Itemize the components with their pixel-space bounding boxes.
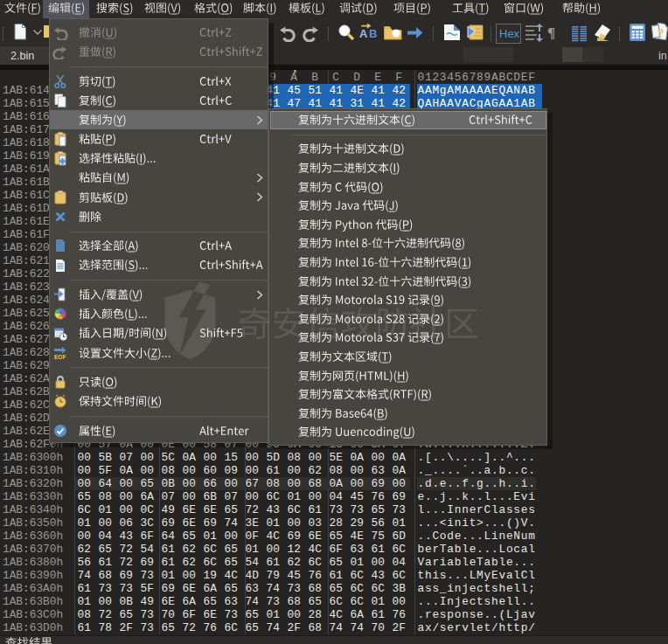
svg-text:EOF: EOF [54,354,66,360]
svg-text:¶: ¶ [547,24,555,41]
svg-text:A: A [359,27,368,40]
svg-text:?: ? [658,26,665,40]
svg-text:B: B [369,27,377,40]
